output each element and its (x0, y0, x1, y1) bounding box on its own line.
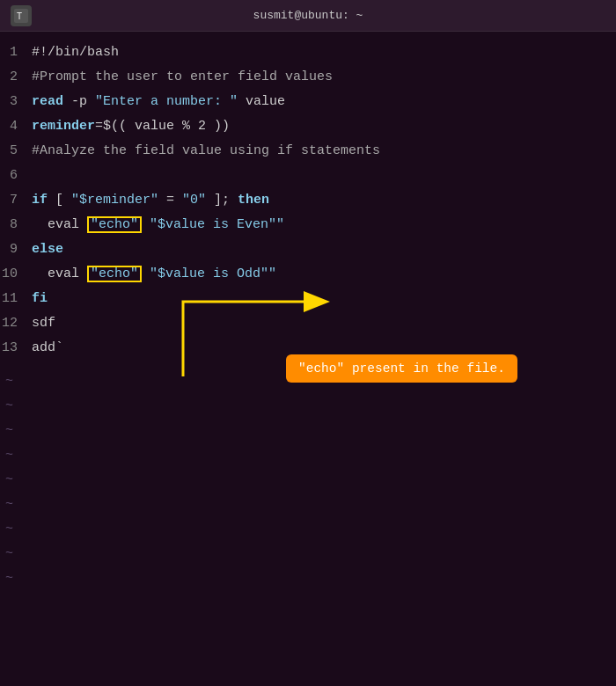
titlebar: T susmit@ubuntu: ~ (0, 0, 616, 32)
code-line-4: 4 reminder=$(( value % 2 )) (0, 114, 616, 139)
code-line-8: 8 eval "echo" "$value is Even"" (0, 213, 616, 237)
tilde-line: ~ (0, 566, 616, 591)
line-number: 8 (0, 213, 32, 237)
line-number: 9 (0, 237, 32, 262)
code-line-11: 11 fi (0, 287, 616, 311)
line-number: 2 (0, 65, 32, 90)
window-title: susmit@ubuntu: ~ (253, 9, 363, 22)
tilde-line: ~ (0, 468, 616, 493)
code-line-12: 12 sdf (0, 311, 616, 336)
line-content: else (32, 237, 63, 262)
code-line-13: 13 add` (0, 336, 616, 361)
code-line-5: 5 #Analyze the field value using if stat… (0, 139, 616, 164)
line-content: read -p "Enter a number: " value (32, 90, 285, 114)
tilde-line: ~ (0, 419, 616, 443)
code-line-6: 6 (0, 164, 616, 188)
line-content: #Analyze the field value using if statem… (32, 139, 380, 164)
terminal-icon: T (11, 5, 32, 26)
tilde-line: ~ (0, 443, 616, 468)
empty-lines: ~ ~ ~ ~ ~ ~ ~ ~ ~ (0, 369, 616, 591)
line-number: 12 (0, 311, 32, 336)
tilde-line: ~ (0, 542, 616, 566)
line-content: #Prompt the user to enter field values (32, 65, 333, 90)
line-number: 11 (0, 287, 32, 311)
line-number: 5 (0, 139, 32, 164)
line-number: 6 (0, 164, 32, 188)
line-content: if [ "$reminder" = "0" ]; then (32, 188, 269, 213)
code-line-10: 10 eval "echo" "$value is Odd"" (0, 262, 616, 287)
line-number: 3 (0, 90, 32, 114)
line-number: 13 (0, 336, 32, 361)
line-content: #!/bin/bash (32, 40, 119, 65)
code-line-7: 7 if [ "$reminder" = "0" ]; then (0, 188, 616, 213)
line-content: eval "echo" "$value is Odd"" (32, 262, 276, 287)
tilde-line: ~ (0, 369, 616, 394)
code-line-1: 1 #!/bin/bash (0, 40, 616, 65)
line-number: 4 (0, 114, 32, 139)
line-content: fi (32, 287, 48, 311)
line-number: 7 (0, 188, 32, 213)
tilde-line: ~ (0, 517, 616, 542)
line-number: 10 (0, 262, 32, 287)
code-line-2: 2 #Prompt the user to enter field values (0, 65, 616, 90)
svg-text:T: T (17, 11, 22, 21)
tilde-line: ~ (0, 493, 616, 517)
code-line-9: 9 else (0, 237, 616, 262)
tilde-line: ~ (0, 394, 616, 419)
code-line-3: 3 read -p "Enter a number: " value (0, 90, 616, 114)
line-content: reminder=$(( value % 2 )) (32, 114, 230, 139)
line-number: 1 (0, 40, 32, 65)
code-editor: 1 #!/bin/bash 2 #Prompt the user to ente… (0, 32, 616, 369)
line-content: sdf (32, 311, 55, 336)
echo-highlight-2: "echo" (87, 266, 142, 282)
line-content: add` (32, 336, 63, 361)
line-content: eval "echo" "$value is Even"" (32, 213, 284, 237)
echo-highlight-1: "echo" (87, 216, 142, 233)
